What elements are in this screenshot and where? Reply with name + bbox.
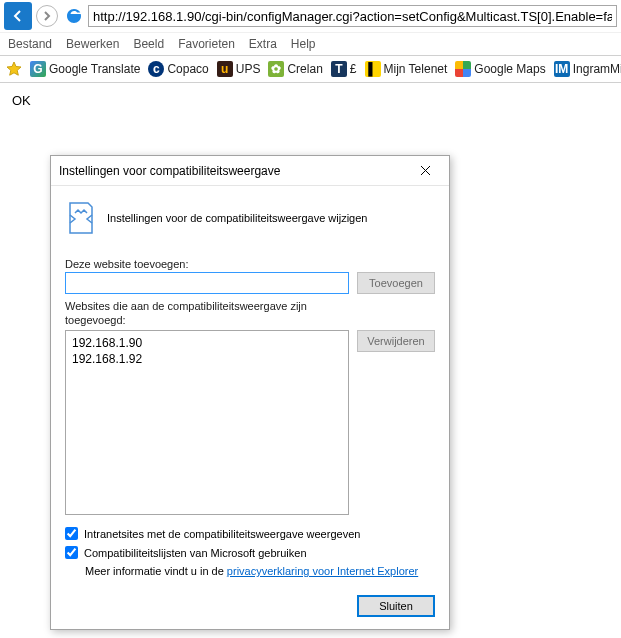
- ie-logo-icon: [66, 8, 82, 24]
- gtranslate-icon: G: [30, 61, 46, 77]
- close-icon: [420, 165, 431, 176]
- privacy-link[interactable]: privacyverklaring voor Internet Explorer: [227, 565, 418, 577]
- add-button[interactable]: Toevoegen: [357, 272, 435, 294]
- menu-extra[interactable]: Extra: [249, 37, 277, 51]
- ingram-icon: IM: [554, 61, 570, 77]
- list-item[interactable]: 192.168.1.92: [72, 351, 342, 367]
- bookmark-label: Copaco: [167, 62, 208, 76]
- add-site-label: Deze website toevoegen:: [65, 258, 435, 270]
- bookmark-copaco[interactable]: c Copaco: [148, 61, 208, 77]
- more-info-prefix: Meer informatie vindt u in de: [85, 565, 227, 577]
- back-button[interactable]: [4, 2, 32, 30]
- menu-help[interactable]: Help: [291, 37, 316, 51]
- bookmark-google-maps[interactable]: Google Maps: [455, 61, 545, 77]
- ups-icon: u: [217, 61, 233, 77]
- list-item[interactable]: 192.168.1.90: [72, 335, 342, 351]
- bookmark-label: UPS: [236, 62, 261, 76]
- bookmarks-bar: G Google Translate c Copaco u UPS ✿ Crel…: [0, 55, 621, 83]
- dialog-body: Instellingen voor de compatibiliteitswee…: [51, 186, 449, 629]
- page-body-text: OK: [12, 93, 31, 108]
- bookmark-label: Google Maps: [474, 62, 545, 76]
- add-site-input[interactable]: [65, 272, 349, 294]
- bookmark-ingram[interactable]: IM IngramMi: [554, 61, 621, 77]
- dialog-header-text: Instellingen voor de compatibiliteitswee…: [107, 212, 367, 224]
- sites-list-label: Websites die aan de compatibiliteitsweer…: [65, 300, 325, 328]
- address-bar[interactable]: [88, 5, 617, 27]
- bookmark-label: Mijn Telenet: [384, 62, 448, 76]
- bookmark-t-pound[interactable]: T £: [331, 61, 357, 77]
- bookmark-crelan[interactable]: ✿ Crelan: [268, 61, 322, 77]
- telenet-icon: ▌: [365, 61, 381, 77]
- page-content: OK: [0, 83, 621, 118]
- t-icon: T: [331, 61, 347, 77]
- dialog-header: Instellingen voor de compatibiliteitswee…: [65, 200, 435, 236]
- ms-lists-checkbox-label: Compatibiliteitslijsten van Microsoft ge…: [84, 547, 307, 559]
- intranet-checkbox[interactable]: [65, 527, 78, 540]
- dialog-titlebar: Instellingen voor compatibiliteitsweerga…: [51, 156, 449, 186]
- bookmark-label: £: [350, 62, 357, 76]
- bookmark-label: Google Translate: [49, 62, 140, 76]
- menu-bewerken[interactable]: Bewerken: [66, 37, 119, 51]
- bookmark-label: Crelan: [287, 62, 322, 76]
- sites-listbox[interactable]: 192.168.1.90 192.168.1.92: [65, 330, 349, 516]
- dialog-footer: Sluiten: [65, 595, 435, 617]
- menu-bestand[interactable]: Bestand: [8, 37, 52, 51]
- arrow-left-icon: [10, 8, 26, 24]
- ms-lists-checkbox-row[interactable]: Compatibiliteitslijsten van Microsoft ge…: [65, 546, 435, 559]
- favorites-star-icon[interactable]: [6, 61, 22, 77]
- dialog-title-text: Instellingen voor compatibiliteitsweerga…: [59, 164, 280, 178]
- remove-button[interactable]: Verwijderen: [357, 330, 435, 352]
- browser-nav-bar: [0, 0, 621, 33]
- copaco-icon: c: [148, 61, 164, 77]
- bookmark-ups[interactable]: u UPS: [217, 61, 261, 77]
- gmaps-icon: [455, 61, 471, 77]
- dialog-close-x[interactable]: [407, 159, 443, 183]
- menu-favorieten[interactable]: Favorieten: [178, 37, 235, 51]
- star-icon: [6, 61, 22, 77]
- broken-page-icon: [65, 200, 97, 236]
- forward-button[interactable]: [36, 5, 58, 27]
- intranet-checkbox-label: Intranetsites met de compatibiliteitswee…: [84, 528, 360, 540]
- crelan-icon: ✿: [268, 61, 284, 77]
- menu-beeld[interactable]: Beeld: [133, 37, 164, 51]
- ms-lists-checkbox[interactable]: [65, 546, 78, 559]
- bookmark-label: IngramMi: [573, 62, 621, 76]
- arrow-right-icon: [41, 10, 53, 22]
- bookmark-google-translate[interactable]: G Google Translate: [30, 61, 140, 77]
- more-info-text: Meer informatie vindt u in de privacyver…: [85, 565, 435, 577]
- menu-bar: Bestand Bewerken Beeld Favorieten Extra …: [0, 33, 621, 55]
- close-button[interactable]: Sluiten: [357, 595, 435, 617]
- compat-view-dialog: Instellingen voor compatibiliteitsweerga…: [50, 155, 450, 630]
- bookmark-mijn-telenet[interactable]: ▌ Mijn Telenet: [365, 61, 448, 77]
- intranet-checkbox-row[interactable]: Intranetsites met de compatibiliteitswee…: [65, 527, 435, 540]
